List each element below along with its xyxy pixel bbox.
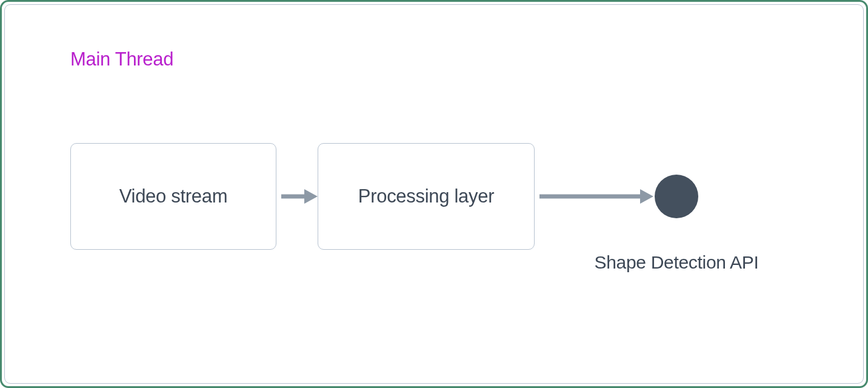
arrow-icon [535,184,655,209]
svg-marker-3 [640,189,653,204]
flow-row: Video stream Processing layer Shape [70,143,698,250]
node-video-stream: Video stream [70,143,276,250]
thread-title: Main Thread [70,48,173,70]
diagram-inner-frame: Main Thread Video stream Processing laye… [4,4,864,384]
node-shape-detection-api: Shape Detection API [655,175,698,218]
node-shape-detection-api-label: Shape Detection API [594,252,758,273]
endpoint-circle-icon [655,175,698,218]
svg-marker-1 [304,189,318,204]
arrow-icon [276,184,318,209]
node-processing-layer-label: Processing layer [358,186,494,207]
node-video-stream-label: Video stream [119,186,227,207]
node-processing-layer: Processing layer [318,143,535,250]
diagram-outer-frame: Main Thread Video stream Processing laye… [0,0,868,388]
